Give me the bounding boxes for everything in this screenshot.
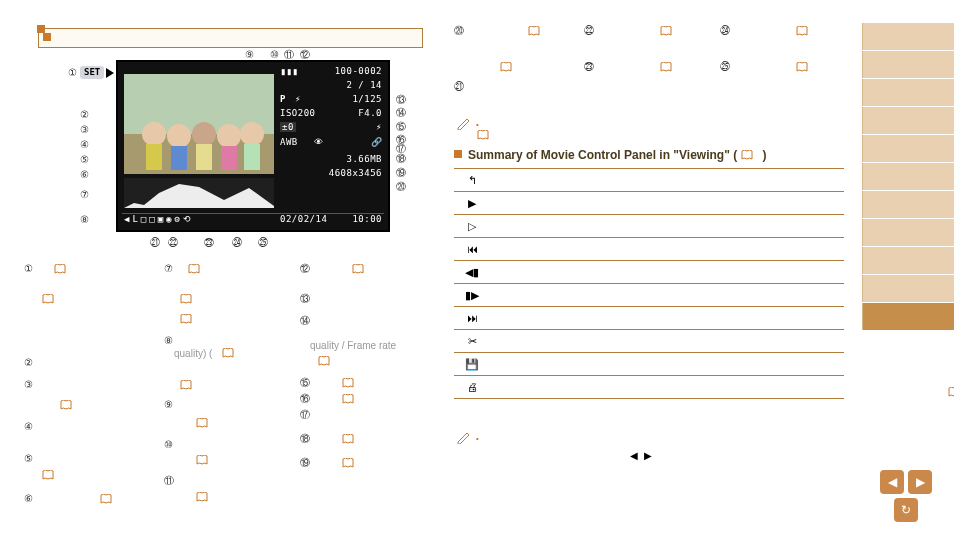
side-tab[interactable] <box>862 219 954 246</box>
next-page-button[interactable]: ▶ <box>908 470 932 494</box>
legend-2: ② <box>24 358 33 368</box>
legend-15: ⑮ <box>300 378 310 388</box>
return-button[interactable]: ↻ <box>894 498 918 522</box>
book-icon <box>528 26 540 36</box>
svg-rect-7 <box>196 144 212 170</box>
cell-play-icon: ▶ <box>454 192 490 215</box>
pencil-icon <box>456 430 470 446</box>
link-icon: 🔗 <box>371 137 383 147</box>
tri-pair-note: ◀ ▶ <box>630 450 652 461</box>
side-tab[interactable] <box>862 135 954 162</box>
callout-24: ㉔ <box>232 238 242 248</box>
callout-7: ⑦ <box>80 190 89 200</box>
set-chip: SET <box>80 66 104 79</box>
legend-3: ③ <box>24 380 33 390</box>
legend-24: ㉔ <box>720 26 730 36</box>
callout-18: ⑱ <box>396 154 406 164</box>
legend-rate: quality / Frame rate <box>310 340 396 351</box>
svg-point-4 <box>167 124 191 148</box>
book-icon <box>500 62 512 72</box>
callout-11: ⑪ <box>284 50 294 60</box>
heading-text: Summary of Movie Control Panel in "Viewi… <box>468 148 737 162</box>
svg-point-8 <box>217 124 241 148</box>
book-icon <box>100 494 112 504</box>
side-tab[interactable] <box>862 247 954 274</box>
side-tab[interactable] <box>862 79 954 106</box>
callout-1: ① <box>68 68 77 78</box>
legend-17: ⑰ <box>300 410 310 420</box>
callout-25: ㉕ <box>258 238 268 248</box>
set-play-badge: SET <box>80 66 114 79</box>
side-tab[interactable] <box>862 275 954 302</box>
iso: ISO200 <box>280 108 316 118</box>
legend-21: ㉑ <box>454 82 464 92</box>
svg-point-2 <box>142 122 166 146</box>
battery-icon: ▮▮▮ <box>280 66 298 77</box>
legend-25: ㉕ <box>720 62 730 72</box>
side-tab[interactable] <box>862 51 954 78</box>
prev-page-button[interactable]: ◀ <box>880 470 904 494</box>
play-triangle-icon <box>106 68 114 78</box>
book-icon <box>180 294 192 304</box>
movie-panel-heading: Summary of Movie Control Panel in "Viewi… <box>454 148 767 162</box>
cell-desc <box>490 192 844 215</box>
callout-20: ⑳ <box>396 182 406 192</box>
book-icon <box>741 149 753 159</box>
book-icon <box>477 130 489 140</box>
callout-2: ② <box>80 110 89 120</box>
legend-10: ⑩ <box>164 440 173 450</box>
cell-save-icon: 💾 <box>454 353 490 376</box>
side-tab[interactable] <box>862 191 954 218</box>
cell-desc: ⌨ <box>490 307 844 330</box>
cell-cut-icon: ✂ <box>454 330 490 353</box>
square-bullet-icon <box>454 150 462 158</box>
callout-6: ⑥ <box>80 170 89 180</box>
book-icon <box>342 458 354 468</box>
cell-desc <box>490 376 844 399</box>
callout-4: ④ <box>80 140 89 150</box>
legend-5: ⑤ <box>24 454 33 464</box>
book-icon <box>796 62 808 72</box>
book-icon <box>196 492 208 502</box>
legend-quality: quality) ( <box>174 348 212 359</box>
book-icon <box>196 418 208 428</box>
book-icon <box>180 380 192 390</box>
callout-19: ⑲ <box>396 168 406 178</box>
mode-p: P <box>280 94 286 104</box>
cell-frameback-icon: ◀▮ <box>454 261 490 284</box>
book-icon <box>222 348 234 358</box>
square-bullet-icon <box>43 33 51 41</box>
book-icon <box>342 378 354 388</box>
legend-14: ⑭ <box>300 316 310 326</box>
callout-3: ③ <box>80 125 89 135</box>
cell-desc: ◀ ▶ <box>490 215 844 238</box>
cell-desc <box>490 169 844 192</box>
legend-9: ⑨ <box>164 400 173 410</box>
legend-16: ⑯ <box>300 394 310 404</box>
book-icon <box>342 434 354 444</box>
book-icon <box>796 26 808 36</box>
movie-control-table: ↰ ▶ ▷◀ ▶ ⏮⌨ ◀▮⌨ ▮▶⌨ ⏭⌨ ✂ 💾 🖨 <box>454 168 844 399</box>
side-tab[interactable] <box>862 107 954 134</box>
side-tab-active[interactable] <box>862 303 954 330</box>
note-pencil-2: • <box>456 430 479 446</box>
histogram <box>124 178 274 208</box>
flash-status-icon: ⚡ <box>376 122 382 132</box>
side-tab[interactable] <box>862 23 954 50</box>
filesize: 3.66MB <box>346 154 382 164</box>
heading-close: ) <box>763 148 767 162</box>
legend-19: ⑲ <box>300 458 310 468</box>
side-tab[interactable] <box>862 163 954 190</box>
exp-comp: ±0 <box>280 122 296 132</box>
legend-22: ㉒ <box>584 26 594 36</box>
book-icon <box>42 470 54 480</box>
book-icon <box>60 400 72 410</box>
callout-14: ⑭ <box>396 108 406 118</box>
section-title-bar <box>38 28 423 48</box>
svg-rect-9 <box>221 146 237 170</box>
extra-face: 👁 <box>314 137 324 147</box>
book-icon <box>180 314 192 324</box>
callout-12: ⑫ <box>300 50 310 60</box>
shutter: 1/125 <box>352 94 382 104</box>
thumbnail-photo <box>124 74 274 174</box>
